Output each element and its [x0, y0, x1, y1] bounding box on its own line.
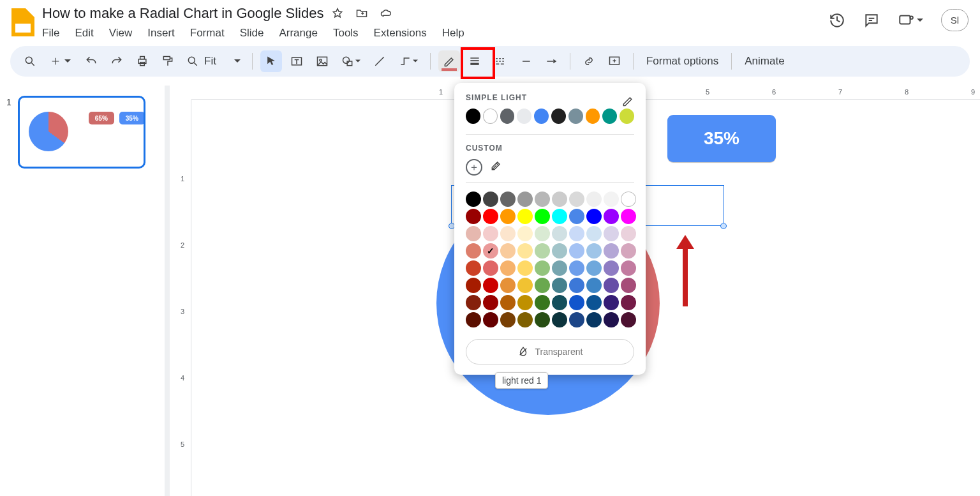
- menu-insert[interactable]: Insert: [147, 27, 175, 40]
- color-swatch[interactable]: [500, 312, 516, 327]
- color-swatch[interactable]: [604, 278, 619, 293]
- color-swatch[interactable]: [569, 295, 584, 310]
- color-swatch[interactable]: [569, 209, 584, 224]
- color-swatch[interactable]: [517, 312, 533, 327]
- color-swatch[interactable]: [483, 192, 498, 207]
- color-swatch[interactable]: [621, 278, 636, 293]
- color-swatch[interactable]: [604, 312, 619, 327]
- line-icon[interactable]: [369, 50, 390, 72]
- theme-swatch[interactable]: [500, 109, 515, 124]
- color-swatch[interactable]: [500, 243, 516, 259]
- theme-swatch[interactable]: [586, 109, 600, 124]
- move-to-folder-icon[interactable]: [355, 7, 368, 20]
- color-swatch[interactable]: [569, 192, 584, 207]
- shape-icon[interactable]: [337, 50, 365, 72]
- select-tool-icon[interactable]: [260, 50, 282, 72]
- color-swatch[interactable]: [621, 192, 636, 207]
- edit-theme-icon[interactable]: [621, 94, 634, 107]
- paint-format-icon[interactable]: [157, 50, 179, 72]
- color-swatch[interactable]: [517, 209, 533, 224]
- color-swatch[interactable]: [552, 209, 567, 224]
- color-swatch[interactable]: [517, 295, 533, 310]
- menu-slide[interactable]: Slide: [240, 27, 264, 40]
- color-swatch[interactable]: [466, 243, 481, 259]
- color-swatch[interactable]: [552, 243, 567, 259]
- color-swatch[interactable]: [500, 295, 516, 310]
- line-start-icon[interactable]: [515, 50, 537, 72]
- menu-extensions[interactable]: Extensions: [374, 27, 427, 40]
- color-swatch[interactable]: [552, 278, 567, 293]
- color-swatch[interactable]: [604, 209, 619, 224]
- theme-swatch[interactable]: [602, 109, 617, 124]
- print-icon[interactable]: [131, 50, 153, 72]
- add-custom-color-icon[interactable]: ＋: [466, 159, 482, 176]
- color-swatch[interactable]: [517, 192, 533, 207]
- color-swatch[interactable]: [586, 312, 602, 327]
- document-title[interactable]: How to make a Radial Chart in Google Sli…: [42, 5, 323, 22]
- color-swatch[interactable]: [517, 243, 533, 259]
- menu-edit[interactable]: Edit: [75, 27, 93, 40]
- color-swatch[interactable]: [569, 243, 584, 259]
- color-swatch[interactable]: [621, 312, 636, 327]
- color-swatch[interactable]: [517, 260, 533, 276]
- menu-arrange[interactable]: Arrange: [279, 27, 317, 40]
- color-swatch[interactable]: [569, 260, 584, 276]
- color-swatch[interactable]: [466, 295, 481, 310]
- color-swatch[interactable]: [466, 278, 481, 293]
- color-swatch[interactable]: [535, 312, 550, 327]
- menu-file[interactable]: File: [42, 27, 59, 40]
- border-weight-icon[interactable]: [464, 50, 486, 72]
- menu-tools[interactable]: Tools: [333, 27, 359, 40]
- animate-button[interactable]: Animate: [739, 55, 789, 68]
- undo-icon[interactable]: [80, 50, 102, 72]
- color-swatch[interactable]: [535, 243, 550, 259]
- thumbnail-slide-1[interactable]: 65% 35%: [18, 96, 145, 169]
- textbox-icon[interactable]: [286, 50, 308, 72]
- color-swatch[interactable]: [586, 209, 602, 224]
- color-swatch[interactable]: [500, 226, 516, 241]
- color-swatch[interactable]: [586, 192, 602, 207]
- image-icon[interactable]: [311, 50, 333, 72]
- theme-swatch[interactable]: [534, 109, 549, 124]
- color-swatch[interactable]: [586, 226, 602, 241]
- color-swatch[interactable]: [552, 295, 567, 310]
- present-icon[interactable]: [898, 12, 923, 29]
- color-swatch[interactable]: [604, 192, 619, 207]
- connector-icon[interactable]: [394, 50, 422, 72]
- color-swatch[interactable]: [586, 278, 602, 293]
- redo-icon[interactable]: [106, 50, 128, 72]
- color-swatch[interactable]: [500, 192, 516, 207]
- color-swatch[interactable]: [535, 260, 550, 276]
- color-swatch[interactable]: [552, 192, 567, 207]
- new-slide-icon[interactable]: [45, 50, 77, 72]
- color-swatch[interactable]: [466, 209, 481, 224]
- version-history-icon[interactable]: [829, 12, 845, 29]
- color-swatch[interactable]: [586, 295, 602, 310]
- color-swatch[interactable]: [569, 278, 584, 293]
- color-swatch[interactable]: [466, 312, 481, 327]
- color-swatch[interactable]: [466, 192, 481, 207]
- color-swatch[interactable]: [604, 243, 619, 259]
- color-swatch[interactable]: [569, 312, 584, 327]
- color-swatch[interactable]: [517, 278, 533, 293]
- color-swatch[interactable]: [483, 312, 498, 327]
- color-swatch[interactable]: [483, 243, 498, 259]
- link-icon[interactable]: [578, 50, 600, 72]
- color-swatch[interactable]: [621, 209, 636, 224]
- comment-add-icon[interactable]: [604, 50, 625, 72]
- menu-help[interactable]: Help: [442, 27, 464, 40]
- color-swatch[interactable]: [500, 260, 516, 276]
- color-swatch[interactable]: [604, 295, 619, 310]
- share-button[interactable]: Sl: [941, 9, 969, 31]
- color-swatch[interactable]: [586, 260, 602, 276]
- color-swatch[interactable]: [621, 226, 636, 241]
- theme-swatch[interactable]: [483, 109, 498, 124]
- theme-swatch[interactable]: [517, 109, 531, 124]
- color-swatch[interactable]: [466, 260, 481, 276]
- color-swatch[interactable]: [621, 260, 636, 276]
- eyedropper-icon[interactable]: [490, 159, 503, 176]
- color-swatch[interactable]: [535, 295, 550, 310]
- color-swatch[interactable]: [552, 260, 567, 276]
- color-swatch[interactable]: [552, 312, 567, 327]
- color-swatch[interactable]: [535, 209, 550, 224]
